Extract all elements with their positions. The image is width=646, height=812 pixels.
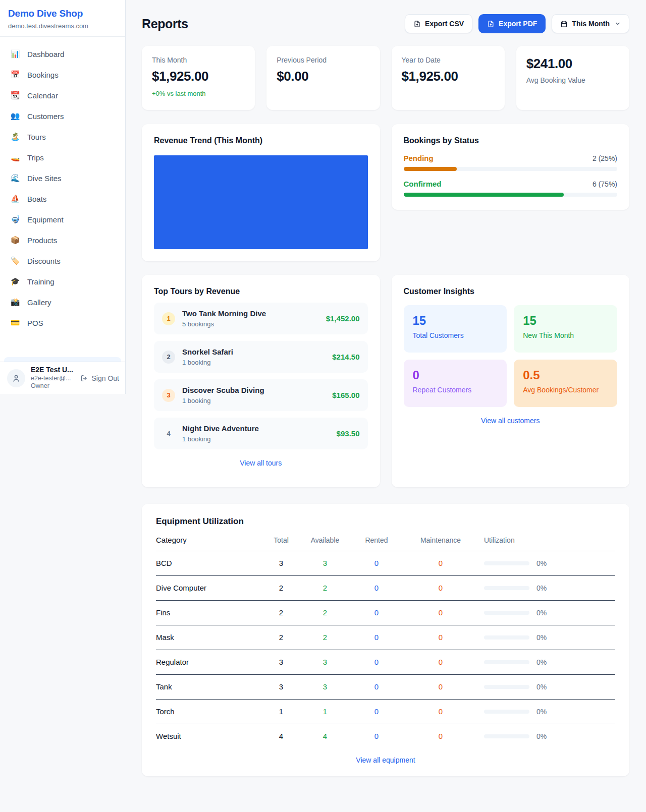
utilization-percent: 0% (536, 732, 547, 740)
insights-row: Top Tours by Revenue 1 Two Tank Morning … (142, 275, 629, 487)
bookings-calendar-icon: 📅 (10, 70, 20, 79)
utilization-bar-track (484, 660, 529, 664)
status-bar-fill (404, 167, 457, 171)
sidebar-item-customers[interactable]: 👥Customers (4, 107, 121, 125)
sidebar-item-label: Bookings (27, 71, 59, 79)
revenue-trend-chart (154, 155, 368, 249)
sidebar-item-gallery[interactable]: 📸Gallery (4, 294, 121, 311)
view-all-equipment-link[interactable]: View all equipment (156, 756, 615, 764)
export-pdf-button[interactable]: Export PDF (478, 14, 546, 33)
status-value: 2 (25%) (593, 154, 617, 162)
tile-total-customers: 15 Total Customers (404, 305, 507, 353)
user-meta: E2E Test U... e2e-tester@... Owner (31, 366, 73, 390)
cell-category: Torch (156, 707, 257, 716)
tile-label: Total Customers (413, 331, 498, 339)
table-row: Mask 2 2 0 0 0% (156, 625, 615, 650)
sidebar-item-products[interactable]: 📦Products (4, 231, 121, 249)
cell-total: 2 (257, 584, 305, 592)
table-row: Wetsuit 4 4 0 0 0% (156, 724, 615, 748)
cell-rented: 0 (345, 584, 408, 592)
file-download-icon (487, 20, 495, 28)
stat-card-this-month: This Month $1,925.00 +0% vs last month (142, 46, 255, 110)
cell-category: Tank (156, 682, 257, 691)
utilization-percent: 0% (536, 658, 547, 666)
tour-bookings: 5 bookings (182, 320, 266, 328)
sidebar-item-label: Equipment (27, 215, 64, 224)
tours-island-icon: 🏝️ (10, 132, 20, 141)
stat-value: $1,925.00 (402, 69, 495, 84)
col-available: Available (305, 536, 345, 544)
sidebar-item-training[interactable]: 🎓Training (4, 273, 121, 290)
sidebar-item-tours[interactable]: 🏝️Tours (4, 128, 121, 145)
tour-bookings: 1 booking (182, 359, 233, 366)
table-row: BCD 3 3 0 0 0% (156, 551, 615, 576)
stat-card-year-to-date: Year to Date $1,925.00 (392, 46, 505, 110)
tag-icon: 🏷️ (10, 256, 20, 265)
sidebar-item-calendar[interactable]: 📆Calendar (4, 87, 121, 104)
stat-value: $0.00 (277, 69, 369, 84)
cell-rented: 0 (345, 633, 408, 642)
rank-badge: 4 (162, 427, 175, 440)
status-bar-fill (404, 193, 564, 197)
tour-name: Night Dive Adventure (182, 424, 259, 433)
tour-amount: $165.00 (332, 391, 359, 399)
tour-amount: $1,452.00 (326, 314, 360, 323)
sidebar-item-label: Tours (27, 133, 46, 141)
calendar-icon (560, 20, 568, 28)
status-value: 6 (75%) (593, 180, 617, 188)
stat-value: $1,925.00 (152, 69, 245, 84)
sidebar-item-discounts[interactable]: 🏷️Discounts (4, 252, 121, 269)
cell-utilization: 0% (473, 658, 615, 666)
cell-total: 4 (257, 732, 305, 740)
cell-utilization: 0% (473, 609, 615, 617)
sidebar-item-bookings[interactable]: 📅Bookings (4, 66, 121, 83)
sign-out-label: Sign Out (92, 374, 119, 382)
sidebar-item-boats[interactable]: ⛵Boats (4, 190, 121, 207)
rank-badge: 3 (162, 389, 175, 402)
bookings-by-status-title: Bookings by Status (404, 136, 618, 145)
sign-out-button[interactable]: Sign Out (80, 374, 119, 382)
stat-cards: This Month $1,925.00 +0% vs last month P… (142, 46, 629, 110)
cell-category: Mask (156, 633, 257, 642)
cell-maintenance: 0 (408, 658, 473, 666)
export-pdf-label: Export PDF (499, 20, 537, 28)
sidebar-item-pos[interactable]: 💳POS (4, 314, 121, 331)
view-all-customers-link[interactable]: View all customers (404, 417, 618, 425)
tile-number: 15 (523, 314, 608, 328)
page-title: Reports (142, 17, 188, 31)
revenue-trend-title: Revenue Trend (This Month) (154, 136, 368, 145)
table-row: Regulator 3 3 0 0 0% (156, 650, 615, 675)
cell-total: 3 (257, 682, 305, 691)
sidebar-item-equipment[interactable]: 🤿Equipment (4, 211, 121, 228)
equipment-utilization-title: Equipment Utilization (156, 516, 615, 527)
cell-total: 2 (257, 608, 305, 617)
credit-card-icon: 💳 (10, 318, 20, 327)
period-dropdown[interactable]: This Month (552, 14, 629, 33)
col-total: Total (257, 536, 305, 544)
sidebar-item-dashboard[interactable]: 📊Dashboard (4, 45, 121, 63)
table-row: Dive Computer 2 2 0 0 0% (156, 576, 615, 601)
sidebar-item-label: Training (27, 277, 55, 286)
brand-domain: demo.test.divestreams.com (8, 22, 117, 30)
header-actions: Export CSV Export PDF This Month (405, 14, 629, 33)
equipment-utilization-card: Equipment Utilization Category Total Ava… (142, 504, 629, 776)
cell-utilization: 0% (473, 683, 615, 691)
tile-avg-bookings-customer: 0.5 Avg Bookings/Customer (514, 360, 617, 407)
status-label: Pending (404, 154, 434, 162)
sidebar-item-reports-partial[interactable] (4, 357, 121, 362)
top-tours-title: Top Tours by Revenue (154, 287, 368, 296)
sidebar-item-trips[interactable]: 🚤Trips (4, 149, 121, 166)
utilization-percent: 0% (536, 609, 547, 617)
cell-available: 1 (305, 707, 345, 716)
tile-number: 15 (413, 314, 498, 328)
export-csv-button[interactable]: Export CSV (405, 14, 472, 33)
sidebar-item-dive-sites[interactable]: 🌊Dive Sites (4, 169, 121, 187)
graduation-cap-icon: 🎓 (10, 277, 20, 286)
stat-card-avg-booking-value: $241.00 Avg Booking Value (516, 46, 629, 110)
tour-row: 1 Two Tank Morning Dive5 bookings $1,452… (154, 303, 368, 334)
user-email: e2e-tester@... (31, 375, 73, 383)
tile-label: New This Month (523, 331, 608, 339)
view-all-tours-link[interactable]: View all tours (154, 459, 368, 467)
utilization-percent: 0% (536, 683, 547, 691)
stat-label: Previous Period (277, 56, 369, 64)
